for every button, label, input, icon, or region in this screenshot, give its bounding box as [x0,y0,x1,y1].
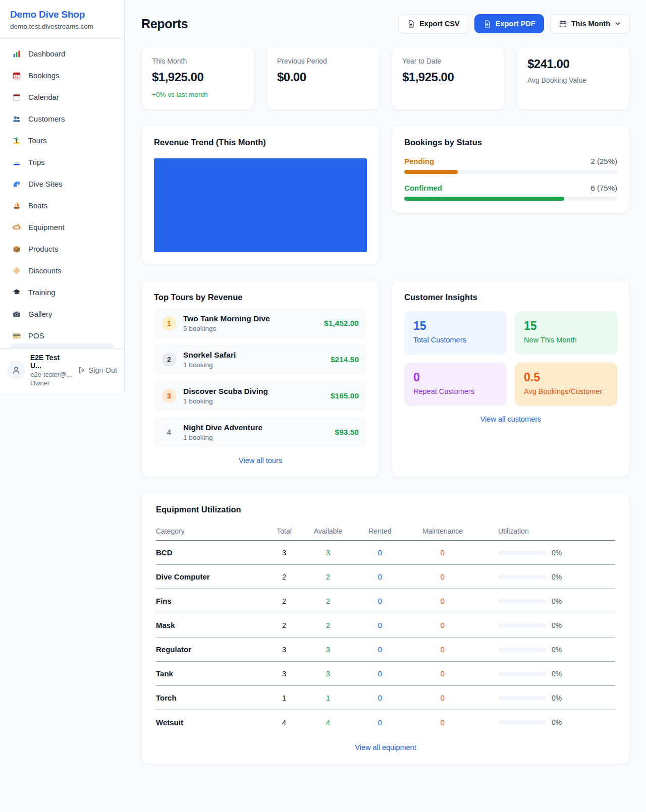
export-csv-label: Export CSV [419,20,460,28]
tour-bookings: 5 bookings [183,325,270,332]
sidebar-item-boats[interactable]: Boats [0,195,124,216]
sidebar-item-dashboard[interactable]: Dashboard [0,43,124,65]
sidebar-item-label: Products [28,245,58,253]
header-actions: Export CSV Export PDF This Month [398,14,630,33]
period-dropdown[interactable]: This Month [550,14,630,33]
bar-chart-icon [12,49,21,59]
sidebar-item-pos[interactable]: POS [0,325,124,343]
equipment-table: Category Total Available Rented Maintena… [156,521,615,734]
rented-cell: 0 [353,572,407,581]
credit-card-icon [12,331,21,340]
column-header: Maintenance [407,527,478,535]
dive-mask-icon [12,223,21,232]
user-name: E2E Test U... [30,354,73,370]
sidebar-item-label: Training [28,288,56,297]
stat-card-avg-booking-value: $241.00 Avg Booking Value [517,46,630,110]
revenue-trend-title: Revenue Trend (This Month) [154,138,367,147]
tag-icon [12,266,21,275]
tour-name: Two Tank Morning Dive [183,314,270,323]
tour-amount: $93.50 [335,428,359,437]
export-csv-button[interactable]: Export CSV [398,14,468,33]
sidebar-item-calendar[interactable]: Calendar [0,86,124,108]
available-cell: 2 [303,621,353,629]
svg-text:17: 17 [15,75,19,78]
tour-row: 2 Snorkel Safari 1 booking $214.50 [154,344,367,375]
view-all-equipment-link[interactable]: View all equipment [156,743,615,751]
total-cell: 3 [265,645,303,654]
tour-amount: $1,452.00 [324,319,359,328]
export-pdf-button[interactable]: Export PDF [474,14,544,33]
utilization-cell: 0% [478,597,615,605]
total-cell: 3 [265,669,303,678]
sidebar-item-bookings[interactable]: 17 Bookings [0,65,124,86]
island-icon [12,136,21,145]
total-cell: 1 [265,693,303,702]
utilization-value: 0% [552,670,562,678]
utilization-value: 0% [552,694,562,702]
sidebar-item-products[interactable]: Products [0,238,124,260]
utilization-track [498,672,547,676]
available-cell: 3 [303,548,353,557]
tile-value: 0.5 [524,371,608,384]
stat-card-previous-period: Previous Period $0.00 [266,46,380,110]
table-row: Dive Computer 2 2 0 0 0% [156,565,615,589]
tour-amount: $165.00 [331,391,359,400]
stat-value: $0.00 [277,70,369,84]
user-panel: E2E Test U... e2e-tester@... Owner Sign … [0,348,124,393]
sidebar-item-label: Tours [28,136,47,145]
export-pdf-label: Export PDF [496,20,535,28]
progress-fill [404,170,458,174]
total-cell: 2 [265,621,303,629]
wave-icon [12,180,21,189]
tour-bookings: 1 booking [183,397,268,405]
insights-row: Top Tours by Revenue 1 Two Tank Morning … [141,280,630,477]
column-header: Total [265,527,303,535]
tour-bookings: 1 booking [183,434,262,441]
sidebar-item-training[interactable]: Training [0,281,124,303]
equipment-utilization-title: Equipment Utilization [156,505,615,514]
bookings-by-status-title: Bookings by Status [404,138,617,147]
sidebar-item-trips[interactable]: Trips [0,151,124,173]
view-all-tours-link[interactable]: View all tours [154,456,367,465]
stat-card-year-to-date: Year to Date $1,925.00 [392,46,505,110]
stat-value: $1,925.00 [402,70,494,84]
sidebar-item-reports-selected[interactable] [10,343,114,348]
tile-label: Total Customers [413,336,498,344]
maintenance-cell: 0 [407,669,478,678]
status-label: Pending [404,157,434,165]
total-cell: 2 [265,572,303,581]
total-cell: 4 [265,718,303,727]
category-cell: BCD [156,548,265,557]
sailboat-icon [12,201,21,210]
calendar-icon [559,20,567,28]
utilization-value: 0% [552,573,562,581]
tour-name: Discover Scuba Diving [183,387,268,396]
tile-value: 15 [524,319,608,333]
column-header: Utilization [478,527,615,535]
people-icon [12,114,21,124]
sidebar-item-label: Boats [28,201,47,210]
table-row: Mask 2 2 0 0 0% [156,613,615,637]
total-cell: 3 [265,548,303,557]
charts-row: Revenue Trend (This Month) Bookings by S… [141,125,630,265]
utilization-cell: 0% [478,670,615,678]
column-header: Category [156,527,265,535]
shop-name[interactable]: Demo Dive Shop [10,9,114,20]
sidebar-item-customers[interactable]: Customers [0,108,124,130]
sidebar-item-gallery[interactable]: Gallery [0,303,124,325]
tile-new-this-month: 15 New This Month [515,311,617,355]
sidebar-item-dive-sites[interactable]: Dive Sites [0,173,124,195]
view-all-customers-link[interactable]: View all customers [404,415,617,423]
sidebar-item-equipment[interactable]: Equipment [0,216,124,238]
available-cell: 3 [303,645,353,654]
category-cell: Mask [156,621,265,629]
file-download-icon [407,20,415,28]
total-cell: 2 [265,597,303,605]
sidebar-item-tours[interactable]: Tours [0,130,124,151]
utilization-track [498,696,547,700]
sign-out-button[interactable]: Sign Out [78,366,117,374]
status-count: 6 (75%) [590,184,617,192]
shop-domain: demo.test.divestreams.com [10,23,114,30]
status-row-pending: Pending 2 (25%) [404,157,617,174]
sidebar-item-discounts[interactable]: Discounts [0,260,124,281]
